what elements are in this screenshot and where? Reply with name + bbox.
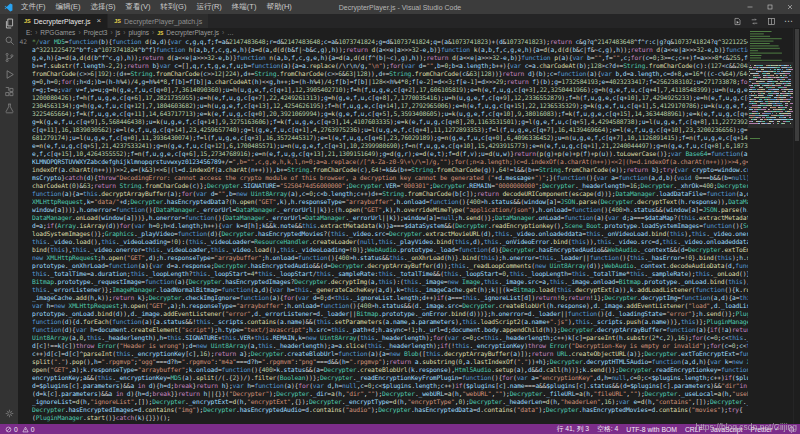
minimap-slider[interactable] [748,62,793,128]
code-line: e=n(e,f,u,g,c[q+5],21,4237533241);g=n(g,… [18,142,748,150]
run-file-icon[interactable] [733,17,742,26]
line-number [18,134,32,142]
errors-indicator[interactable]: 0 [5,426,18,433]
tab-decrypterplayer-patch-js[interactable]: JS DecrypterPlayer_patch.js [108,14,209,28]
line-number [18,350,32,358]
line-number [18,78,32,86]
code-line: prototype._onXhrLoad=function(a){var d=a… [18,262,748,270]
maximize-icon[interactable] [760,0,780,14]
breadcrumb-symbol[interactable]: … [227,29,234,36]
vscode-logo-icon [0,3,16,12]
line-number [18,326,32,334]
breadcrumb-separator: › [123,29,125,36]
search-icon[interactable] [0,32,18,48]
code-line: window[a]))},h.onerror=function(){DataMa… [18,206,748,214]
code-line: indexOf(a.charAt(n++)))>>2,e=(k&3)<<6|(l… [18,166,748,174]
breadcrumb-drive[interactable]: E: [26,29,32,36]
vertical-scrollbar[interactable] [793,28,800,424]
tab-label: DecrypterPlayer_patch.js [124,18,202,25]
extensions-icon[interactable] [0,83,18,99]
line-number [18,414,32,422]
notifications-bell-icon[interactable] [788,426,795,433]
status-bar: 0 0 行 41, 列 3 空格: 4 UTF-8 with BOM CRLF … [0,424,800,434]
scrollbar-thumb[interactable] [795,29,799,141]
code-line: c[q+11],16,1839030562);e=l(e,f,u,g,c[q+1… [18,126,748,134]
breadcrumb-separator: › [152,29,154,36]
breadcrumb-folder[interactable]: Project3 [84,29,108,36]
manage-gear-icon[interactable] [0,405,18,421]
js-file-icon: JS [157,30,163,36]
line-number [18,222,32,230]
code-line: d=a;if(Array.isArray(d))for(var h=0;h<d.… [18,222,748,230]
line-number [18,70,32,78]
code-line: this._video.load(),this._videoLoading=!0… [18,238,748,246]
check-icon: ✓ [774,425,780,433]
line-number [18,150,32,158]
source-control-icon[interactable] [0,49,18,65]
close-tab-icon[interactable]: × [97,17,102,25]
menu-edit[interactable]: 编辑(E) [51,0,86,14]
tab-decrypterplayer-js[interactable]: JS DecrypterPlayer.js × [18,14,108,28]
indentation[interactable]: 空格: 4 [597,424,618,434]
code-line: XMLHttpRequest,k="data/"+d;Decrypter.has… [18,198,748,206]
code-line: charCodeAt(0)&63;return String.fromCharC… [18,182,748,190]
code-line: b+=f.substr(f.length-2,2);return b}var c… [18,62,748,70]
menu-selection[interactable]: 选择(S) [86,0,121,14]
warnings-indicator[interactable]: 0 [22,426,35,433]
breadcrumb-separator: › [35,29,37,36]
code-line: a^3221225472^b^f:a^1073741824^b^f}functi… [18,46,748,54]
language-mode[interactable]: JavaScript [711,426,743,433]
code-editor[interactable]: 42*/var MD5=function(b){function d(a,d){… [18,37,748,424]
line-number [18,54,32,62]
breadcrumb-folder[interactable]: js [116,29,121,36]
breadcrumb-folder[interactable]: RPGGames [40,29,75,36]
code-line: Bitmap.prototype._requestImage=function(… [18,278,748,286]
breadcrumb-file[interactable]: DecrypterPlayer.js [166,29,219,36]
code-line: 42*/var MD5=function(b){function d(a,d){… [18,38,748,46]
line-number [18,94,32,102]
code-line: _imageCache.add(h,k));return k};Decrypte… [18,294,748,302]
menu-run[interactable]: 运行(R) [191,0,226,14]
line-number [18,318,32,326]
formatter-status[interactable]: Prettier ✓ [750,425,780,433]
line-number [18,302,32,310]
editor-actions: ⋯ [733,14,800,28]
line-number [18,366,32,374]
errors-count: 0 [14,426,18,433]
code-line: split(".").pop(),h=".rpgmvp";"ogg"===d?h… [18,358,748,366]
eol-sequence[interactable]: CRLF [685,426,703,433]
code-line: this._errorListener)};ImageManager.loadN… [18,286,748,294]
run-and-debug-icon[interactable] [0,66,18,82]
explorer-icon[interactable] [0,15,18,31]
more-actions-icon[interactable]: ⋯ [784,18,793,24]
code-line: function(d){var h=document.createElement… [18,326,748,334]
line-number [18,374,32,382]
menu-go[interactable]: 转到(G) [156,0,192,14]
minimap[interactable] [748,28,793,424]
code-line: g=k(g,e,f,u,c[q+9],5,568446438);u=k(u,g,… [18,118,748,126]
encoding[interactable]: UTF-8 with BOM [626,426,677,433]
code-line: Decrypter.hasEncryptedImages=d.contains(… [18,406,748,414]
menu-view[interactable]: 查看(V) [121,0,156,14]
menu-help[interactable]: 帮助(H) [261,0,296,14]
split-editor-icon[interactable] [767,17,776,26]
js-file-icon: JS [114,18,121,24]
line-number [18,270,32,278]
code-line: Uint8Array(a,0,this._headerlength),h=thi… [18,334,748,342]
line-number [18,198,32,206]
editor-group: JS DecrypterPlayer.js × JS DecrypterPlay… [18,14,800,424]
code-line: this._totalTime=a.duration;this._loopLen… [18,270,748,278]
code-line: encryptionKey;a&&(this._encryptionKey=MD… [18,374,748,382]
open-changes-icon[interactable] [750,17,759,26]
minimize-icon[interactable] [740,0,760,14]
testing-icon[interactable] [0,100,18,116]
breadcrumb-folder[interactable]: plugins [128,29,149,36]
warnings-count: 0 [31,426,35,433]
cursor-position[interactable]: 行 41, 列 3 [557,424,590,434]
close-icon[interactable] [780,0,800,14]
line-number [18,158,32,166]
line-number [18,294,32,302]
line-number [18,342,32,350]
menu-terminal[interactable]: 终端(T) [227,0,262,14]
menu-file[interactable]: 文件(F) [16,0,51,14]
